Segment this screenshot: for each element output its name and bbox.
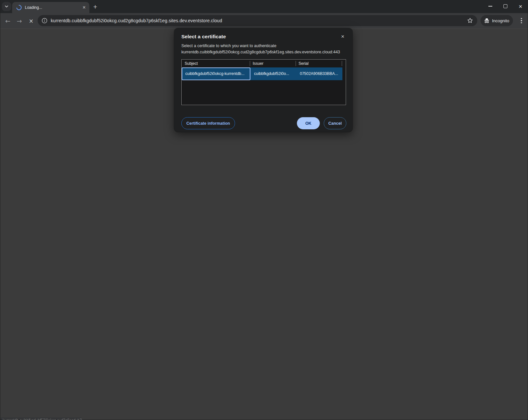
maximize-window-button[interactable]	[498, 0, 513, 12]
bookmark-star-icon[interactable]	[467, 17, 473, 24]
status-text: kurrentdb.cuibbfkgdubf52i0okcg.cud2g8cgd…	[0, 417, 82, 420]
window-controls: ×	[483, 0, 528, 12]
dialog-title: Select a certificate	[181, 34, 226, 40]
column-header-subject: Subject	[185, 60, 198, 67]
forward-arrow-icon: →	[17, 17, 22, 25]
certificate-row-selected[interactable]: cuibbfkgdubf52i0okcg-kurrentdb... cuibbf…	[182, 67, 342, 80]
address-bar[interactable]: kurrentdb.cuibbfkgdubf52i0okcg.cud2g8cgd…	[38, 15, 477, 26]
stop-x-icon: ×	[29, 18, 33, 24]
browser-toolbar: ← → × kurrentdb.cuibbfkgdubf52i0okcg.cud…	[0, 13, 528, 29]
incognito-spy-icon	[483, 17, 490, 24]
new-tab-button[interactable]: +	[91, 3, 99, 10]
cell-issuer: cuibbfkgdubf52i0o...	[254, 67, 289, 80]
column-header-issuer: Issuer	[253, 60, 264, 67]
column-header-serial: Serial	[299, 60, 309, 67]
ok-button[interactable]: OK	[297, 117, 320, 129]
tab-strip: Loading... × + ×	[0, 0, 528, 13]
browser-menu-button[interactable]	[517, 15, 526, 26]
dialog-close-icon[interactable]: ×	[340, 34, 346, 40]
close-window-button[interactable]: ×	[513, 0, 528, 12]
certificate-information-button[interactable]: Certificate information	[181, 117, 235, 129]
column-divider	[342, 61, 342, 66]
forward-button[interactable]: →	[14, 13, 25, 28]
cell-subject: cuibbfkgdubf52i0okcg-kurrentdb...	[185, 67, 245, 80]
back-button[interactable]: ←	[3, 13, 13, 28]
url-text: kurrentdb.cuibbfkgdubf52i0okcg.cud2g8cgd…	[51, 18, 222, 23]
site-info-icon[interactable]	[42, 18, 47, 24]
column-divider	[296, 61, 296, 66]
tab-title: Loading...	[25, 5, 42, 10]
certificate-table: Subject Issuer Serial cuibbfkgdubf52i0ok…	[181, 59, 346, 105]
minimize-icon	[488, 6, 492, 7]
stop-loading-button[interactable]: ×	[26, 13, 36, 28]
tab-close-icon[interactable]: ×	[81, 5, 87, 10]
dialog-subtitle-line2: kurrentdb.cuibbfkgdubf52i0okcg.cud2g8cgd…	[181, 50, 340, 54]
cell-serial: 07502A906B33BBA...	[300, 67, 338, 80]
back-arrow-icon: ←	[5, 17, 10, 25]
status-bubble: kurrentdb.cuibbfkgdubf52i0okcg.cud2g8cgd…	[0, 417, 82, 420]
column-divider	[250, 61, 250, 66]
incognito-badge: Incognito	[481, 15, 513, 26]
loading-spinner-icon	[15, 4, 23, 11]
menu-dots-icon	[521, 18, 522, 19]
select-certificate-dialog: × Select a certificate Select a certific…	[174, 28, 353, 132]
incognito-label: Incognito	[492, 18, 509, 23]
tab-loading[interactable]: Loading... ×	[12, 2, 89, 13]
minimize-window-button[interactable]	[483, 0, 498, 12]
certificate-table-header: Subject Issuer Serial	[182, 60, 346, 67]
cancel-button[interactable]: Cancel	[324, 117, 346, 129]
chevron-down-icon	[5, 5, 9, 8]
tab-search-button[interactable]	[2, 2, 11, 11]
close-window-icon: ×	[519, 3, 522, 9]
maximize-icon	[503, 4, 507, 8]
dialog-subtitle-line1: Select a certificate to which you want t…	[181, 44, 276, 48]
